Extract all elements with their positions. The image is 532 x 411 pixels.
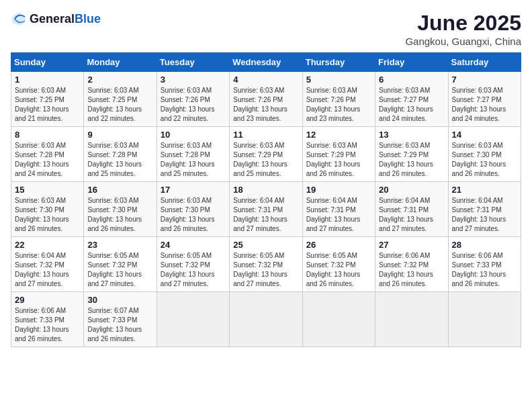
- day-number: 28: [452, 240, 517, 250]
- title-area: June 2025 Gangkou, Guangxi, China: [405, 11, 521, 47]
- day-info: Sunrise: 6:05 AMSunset: 7:32 PMDaylight:…: [233, 251, 298, 289]
- day-number: 7: [452, 75, 517, 85]
- calendar-week-4: 22Sunrise: 6:04 AMSunset: 7:32 PMDayligh…: [11, 237, 521, 292]
- day-number: 22: [15, 240, 80, 250]
- calendar-cell: 2Sunrise: 6:03 AMSunset: 7:25 PMDaylight…: [84, 72, 157, 127]
- calendar-cell: 27Sunrise: 6:06 AMSunset: 7:32 PMDayligh…: [375, 237, 448, 292]
- calendar-cell: 20Sunrise: 6:04 AMSunset: 7:31 PMDayligh…: [375, 182, 448, 237]
- day-info: Sunrise: 6:05 AMSunset: 7:32 PMDaylight:…: [87, 251, 152, 289]
- day-number: 21: [452, 185, 517, 195]
- day-info: Sunrise: 6:03 AMSunset: 7:28 PMDaylight:…: [161, 141, 226, 179]
- day-number: 5: [306, 75, 371, 85]
- day-info: Sunrise: 6:03 AMSunset: 7:28 PMDaylight:…: [87, 141, 152, 179]
- day-number: 24: [161, 240, 226, 250]
- day-header-wednesday: Wednesday: [230, 53, 302, 72]
- day-number: 20: [379, 185, 444, 195]
- day-number: 10: [161, 130, 226, 140]
- page-header: GeneralBlue June 2025 Gangkou, Guangxi, …: [11, 11, 521, 47]
- calendar-cell: 13Sunrise: 6:03 AMSunset: 7:29 PMDayligh…: [375, 127, 448, 182]
- day-number: 6: [379, 75, 444, 85]
- day-number: 3: [161, 75, 226, 85]
- day-number: 18: [233, 185, 298, 195]
- calendar-cell: 23Sunrise: 6:05 AMSunset: 7:32 PMDayligh…: [84, 237, 157, 292]
- day-info: Sunrise: 6:06 AMSunset: 7:33 PMDaylight:…: [15, 306, 80, 344]
- day-header-monday: Monday: [84, 53, 157, 72]
- calendar-week-1: 1Sunrise: 6:03 AMSunset: 7:25 PMDaylight…: [11, 72, 521, 127]
- calendar-cell: [230, 292, 302, 347]
- day-info: Sunrise: 6:03 AMSunset: 7:25 PMDaylight:…: [15, 86, 80, 124]
- calendar-cell: 6Sunrise: 6:03 AMSunset: 7:27 PMDaylight…: [375, 72, 448, 127]
- day-info: Sunrise: 6:06 AMSunset: 7:32 PMDaylight:…: [379, 251, 444, 289]
- day-info: Sunrise: 6:03 AMSunset: 7:29 PMDaylight:…: [306, 141, 371, 179]
- day-header-sunday: Sunday: [11, 53, 84, 72]
- day-number: 26: [306, 240, 371, 250]
- calendar-cell: 8Sunrise: 6:03 AMSunset: 7:28 PMDaylight…: [11, 127, 84, 182]
- day-header-friday: Friday: [375, 53, 448, 72]
- day-header-tuesday: Tuesday: [157, 53, 229, 72]
- day-number: 1: [15, 75, 80, 85]
- day-number: 8: [15, 130, 80, 140]
- day-number: 27: [379, 240, 444, 250]
- day-number: 30: [87, 295, 152, 305]
- calendar-cell: 24Sunrise: 6:05 AMSunset: 7:32 PMDayligh…: [157, 237, 229, 292]
- day-number: 12: [306, 130, 371, 140]
- calendar-cell: 9Sunrise: 6:03 AMSunset: 7:28 PMDaylight…: [84, 127, 157, 182]
- calendar-cell: 10Sunrise: 6:03 AMSunset: 7:28 PMDayligh…: [157, 127, 229, 182]
- day-info: Sunrise: 6:03 AMSunset: 7:26 PMDaylight:…: [306, 86, 371, 124]
- calendar-cell: 11Sunrise: 6:03 AMSunset: 7:29 PMDayligh…: [230, 127, 302, 182]
- calendar-cell: 7Sunrise: 6:03 AMSunset: 7:27 PMDaylight…: [448, 72, 521, 127]
- day-info: Sunrise: 6:04 AMSunset: 7:31 PMDaylight:…: [452, 196, 517, 234]
- day-info: Sunrise: 6:03 AMSunset: 7:26 PMDaylight:…: [161, 86, 226, 124]
- day-header-saturday: Saturday: [448, 53, 521, 72]
- day-info: Sunrise: 6:06 AMSunset: 7:33 PMDaylight:…: [452, 251, 517, 289]
- day-info: Sunrise: 6:07 AMSunset: 7:33 PMDaylight:…: [87, 306, 152, 344]
- day-info: Sunrise: 6:03 AMSunset: 7:25 PMDaylight:…: [87, 86, 152, 124]
- day-info: Sunrise: 6:03 AMSunset: 7:27 PMDaylight:…: [379, 86, 444, 124]
- calendar-cell: 15Sunrise: 6:03 AMSunset: 7:30 PMDayligh…: [11, 182, 84, 237]
- logo-text: GeneralBlue: [30, 12, 101, 26]
- day-number: 4: [233, 75, 298, 85]
- calendar-cell: 5Sunrise: 6:03 AMSunset: 7:26 PMDaylight…: [302, 72, 375, 127]
- day-info: Sunrise: 6:03 AMSunset: 7:30 PMDaylight:…: [161, 196, 226, 234]
- day-number: 9: [87, 130, 152, 140]
- day-info: Sunrise: 6:04 AMSunset: 7:32 PMDaylight:…: [15, 251, 80, 289]
- calendar-cell: 21Sunrise: 6:04 AMSunset: 7:31 PMDayligh…: [448, 182, 521, 237]
- day-number: 16: [87, 185, 152, 195]
- day-number: 14: [452, 130, 517, 140]
- calendar-table: SundayMondayTuesdayWednesdayThursdayFrid…: [11, 52, 521, 347]
- day-number: 15: [15, 185, 80, 195]
- day-info: Sunrise: 6:03 AMSunset: 7:29 PMDaylight:…: [233, 141, 298, 179]
- day-info: Sunrise: 6:03 AMSunset: 7:30 PMDaylight:…: [87, 196, 152, 234]
- calendar-cell: [302, 292, 375, 347]
- calendar-cell: 4Sunrise: 6:03 AMSunset: 7:26 PMDaylight…: [230, 72, 302, 127]
- month-title: June 2025: [405, 11, 521, 36]
- calendar-cell: 22Sunrise: 6:04 AMSunset: 7:32 PMDayligh…: [11, 237, 84, 292]
- day-info: Sunrise: 6:03 AMSunset: 7:30 PMDaylight:…: [452, 141, 517, 179]
- calendar-cell: 17Sunrise: 6:03 AMSunset: 7:30 PMDayligh…: [157, 182, 229, 237]
- day-info: Sunrise: 6:04 AMSunset: 7:31 PMDaylight:…: [379, 196, 444, 234]
- day-number: 2: [87, 75, 152, 85]
- day-info: Sunrise: 6:05 AMSunset: 7:32 PMDaylight:…: [161, 251, 226, 289]
- day-number: 19: [306, 185, 371, 195]
- day-info: Sunrise: 6:04 AMSunset: 7:31 PMDaylight:…: [233, 196, 298, 234]
- calendar-cell: 26Sunrise: 6:05 AMSunset: 7:32 PMDayligh…: [302, 237, 375, 292]
- calendar-cell: 29Sunrise: 6:06 AMSunset: 7:33 PMDayligh…: [11, 292, 84, 347]
- calendar-week-3: 15Sunrise: 6:03 AMSunset: 7:30 PMDayligh…: [11, 182, 521, 237]
- calendar-cell: 19Sunrise: 6:04 AMSunset: 7:31 PMDayligh…: [302, 182, 375, 237]
- day-number: 11: [233, 130, 298, 140]
- calendar-cell: 18Sunrise: 6:04 AMSunset: 7:31 PMDayligh…: [230, 182, 302, 237]
- day-number: 23: [87, 240, 152, 250]
- day-number: 13: [379, 130, 444, 140]
- calendar-week-5: 29Sunrise: 6:06 AMSunset: 7:33 PMDayligh…: [11, 292, 521, 347]
- logo-icon: [11, 11, 27, 27]
- calendar-cell: 30Sunrise: 6:07 AMSunset: 7:33 PMDayligh…: [84, 292, 157, 347]
- day-number: 29: [15, 295, 80, 305]
- calendar-cell: [375, 292, 448, 347]
- day-info: Sunrise: 6:03 AMSunset: 7:27 PMDaylight:…: [452, 86, 517, 124]
- calendar-cell: 3Sunrise: 6:03 AMSunset: 7:26 PMDaylight…: [157, 72, 229, 127]
- day-info: Sunrise: 6:03 AMSunset: 7:26 PMDaylight:…: [233, 86, 298, 124]
- calendar-cell: 16Sunrise: 6:03 AMSunset: 7:30 PMDayligh…: [84, 182, 157, 237]
- calendar-cell: 25Sunrise: 6:05 AMSunset: 7:32 PMDayligh…: [230, 237, 302, 292]
- calendar-cell: [157, 292, 229, 347]
- day-info: Sunrise: 6:03 AMSunset: 7:29 PMDaylight:…: [379, 141, 444, 179]
